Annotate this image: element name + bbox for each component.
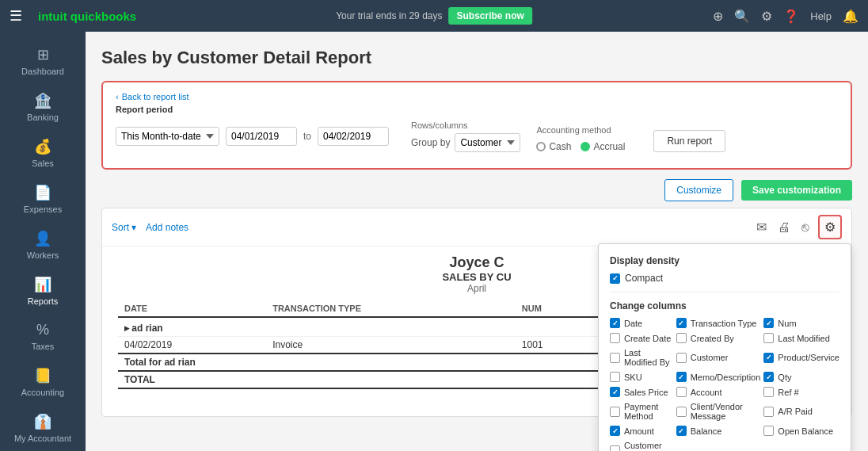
workers-icon: 👤 xyxy=(34,230,51,247)
balance-checkbox[interactable] xyxy=(676,426,687,436)
sort-label: Sort xyxy=(112,222,129,233)
sidebar-item-label: Sales xyxy=(32,159,54,168)
report-toolbar: Sort ▾ Add notes ✉ 🖨 ⎋ ⚙ xyxy=(102,208,851,247)
num-checkbox[interactable] xyxy=(763,318,774,328)
col-item-num: Num xyxy=(763,318,839,328)
period-select[interactable]: This Month-to-date Last Month This Quart… xyxy=(116,127,219,146)
group-by-select[interactable]: Customer Date Product xyxy=(455,133,520,152)
display-settings-icon[interactable]: ⚙ xyxy=(818,215,842,239)
notifications-icon[interactable]: 🔔 xyxy=(843,9,858,24)
run-report-button[interactable]: Run report xyxy=(653,130,725,152)
hamburger-icon[interactable]: ☰ xyxy=(10,7,22,25)
display-columns-panel: Display density Compact Change columns D… xyxy=(598,243,851,451)
sidebar-item-label: Accounting xyxy=(21,388,64,397)
save-customization-button[interactable]: Save customization xyxy=(741,180,852,201)
col-item-memo-desc: Memo/Description xyxy=(676,372,761,382)
email-icon[interactable]: ✉ xyxy=(754,217,769,237)
cash-radio-label[interactable]: Cash xyxy=(536,141,571,152)
date-col-label: Date xyxy=(624,319,642,328)
date-checkbox[interactable] xyxy=(610,318,620,328)
chevron-left-icon: ‹ xyxy=(116,92,119,101)
cell-num: 1001 xyxy=(516,337,599,354)
sidebar-item-label: Expenses xyxy=(24,204,62,214)
group-by-row: Group by Customer Date Product xyxy=(411,133,520,152)
sidebar-item-sales[interactable]: 💰 Sales xyxy=(0,130,86,176)
open-balance-checkbox[interactable] xyxy=(763,426,774,436)
sidebar-item-banking[interactable]: 🏦 Banking xyxy=(0,84,86,130)
last-modified-by-checkbox[interactable] xyxy=(610,353,620,363)
customer-checkbox[interactable] xyxy=(676,353,687,363)
search-icon[interactable]: 🔍 xyxy=(734,9,750,24)
sku-checkbox[interactable] xyxy=(610,372,620,382)
toolbar-left: Sort ▾ Add notes xyxy=(112,222,188,233)
cash-label: Cash xyxy=(549,141,571,152)
sales-price-checkbox[interactable] xyxy=(610,387,620,397)
help-circle-icon[interactable]: ❓ xyxy=(783,9,799,24)
col-item-open-balance: Open Balance xyxy=(763,426,839,436)
trial-text: Your trial ends in 29 days xyxy=(336,10,442,21)
cell-date: 04/02/2019 xyxy=(118,337,266,354)
settings-icon[interactable]: ⚙ xyxy=(761,9,772,24)
sidebar-item-taxes[interactable]: % Taxes xyxy=(0,314,86,359)
col-item-qty: Qty xyxy=(763,372,839,382)
sales-price-col-label: Sales Price xyxy=(624,388,668,397)
sidebar-item-my-accountant[interactable]: 👔 My Accountant xyxy=(0,405,86,451)
col-item-balance: Balance xyxy=(676,426,761,436)
sidebar-item-label: Dashboard xyxy=(21,67,64,76)
transaction-type-col-label: Transaction Type xyxy=(691,319,757,328)
col-item-account: Account xyxy=(676,387,761,397)
subscribe-button[interactable]: Subscribe now xyxy=(448,7,531,25)
back-to-report-list-link[interactable]: ‹ Back to report list xyxy=(116,92,838,101)
transaction-type-checkbox[interactable] xyxy=(676,318,687,328)
customize-button[interactable]: Customize xyxy=(664,179,733,201)
payment-method-checkbox[interactable] xyxy=(610,407,620,417)
acct-method-row: Cash Accrual xyxy=(536,141,625,152)
add-notes-button[interactable]: Add notes xyxy=(146,222,188,233)
sidebar-item-label: Banking xyxy=(27,113,59,122)
accrual-radio-label[interactable]: Accrual xyxy=(581,141,625,152)
client-vendor-checkbox[interactable] xyxy=(676,407,687,417)
customer-type-checkbox[interactable] xyxy=(610,445,620,452)
sidebar-item-reports[interactable]: 📊 Reports xyxy=(0,268,86,314)
num-col-label: Num xyxy=(778,319,796,328)
sidebar-item-label: My Accountant xyxy=(14,434,71,443)
customer-type-col-label: Customer Type xyxy=(624,441,673,451)
sort-button[interactable]: Sort ▾ xyxy=(112,222,136,233)
ref-checkbox[interactable] xyxy=(763,387,774,397)
accrual-radio-button[interactable] xyxy=(581,142,590,151)
compact-checkbox[interactable] xyxy=(610,273,620,284)
period-row: This Month-to-date Last Month This Quart… xyxy=(116,120,838,152)
acct-method-label: Accounting method xyxy=(536,125,625,135)
print-icon[interactable]: 🖨 xyxy=(775,218,793,237)
col-item-transaction-type: Transaction Type xyxy=(676,318,761,328)
amount-checkbox[interactable] xyxy=(610,426,620,436)
group-by-label: Group by xyxy=(411,137,450,148)
panel-divider xyxy=(610,292,839,292)
taxes-icon: % xyxy=(36,322,49,338)
sidebar-item-expenses[interactable]: 📄 Expenses xyxy=(0,176,86,222)
add-icon[interactable]: ⊕ xyxy=(713,9,723,24)
account-checkbox[interactable] xyxy=(676,387,687,397)
sidebar-item-dashboard[interactable]: ⊞ Dashboard xyxy=(0,38,86,84)
qty-checkbox[interactable] xyxy=(763,372,774,382)
date-to-input[interactable] xyxy=(318,127,389,146)
last-modified-checkbox[interactable] xyxy=(763,333,774,343)
sidebar-item-workers[interactable]: 👤 Workers xyxy=(0,222,86,268)
create-date-checkbox[interactable] xyxy=(610,333,620,343)
product-service-checkbox[interactable] xyxy=(763,353,774,363)
memo-desc-checkbox[interactable] xyxy=(676,372,687,382)
compact-row: Compact xyxy=(610,273,839,284)
report-period-label: Report period xyxy=(116,105,838,114)
export-icon[interactable]: ⎋ xyxy=(799,218,812,237)
cash-radio-button[interactable] xyxy=(536,142,546,151)
col-item-create-date: Create Date xyxy=(610,333,673,343)
col-item-sales-price: Sales Price xyxy=(610,387,673,397)
col-item-date: Date xyxy=(610,318,673,328)
date-from-input[interactable] xyxy=(226,127,297,146)
ar-paid-checkbox[interactable] xyxy=(763,407,774,417)
created-by-checkbox[interactable] xyxy=(676,333,687,343)
sort-chevron-icon: ▾ xyxy=(131,222,136,233)
balance-col-label: Balance xyxy=(691,426,722,436)
client-vendor-col-label: Client/Vendor Message xyxy=(691,402,761,421)
sidebar-item-accounting[interactable]: 📒 Accounting xyxy=(0,359,86,405)
